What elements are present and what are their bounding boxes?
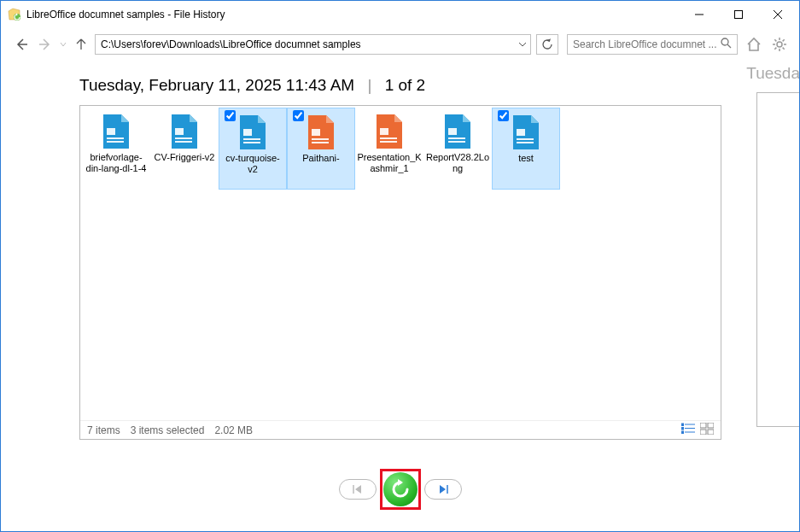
file-checkbox[interactable] bbox=[498, 110, 509, 121]
file-item[interactable]: CV-Friggeri-v2 bbox=[150, 108, 219, 190]
selection-count: 3 items selected bbox=[131, 424, 205, 436]
svg-rect-8 bbox=[175, 137, 192, 139]
file-icon bbox=[372, 113, 406, 150]
svg-rect-12 bbox=[243, 142, 260, 143]
svg-rect-19 bbox=[448, 128, 457, 135]
toolbar bbox=[1, 27, 799, 61]
timestamp-header: Tuesday, February 11, 2025 11:43 AM | 1 … bbox=[79, 76, 787, 95]
svg-rect-17 bbox=[380, 137, 397, 139]
svg-rect-9 bbox=[175, 141, 192, 143]
file-icon bbox=[167, 113, 201, 150]
file-item[interactable]: ReportV28.2Long bbox=[423, 108, 492, 190]
content-area: Tuesday, February 11, 2025 11:43 AM | 1 … bbox=[1, 62, 799, 531]
search-input[interactable] bbox=[573, 38, 721, 50]
file-checkbox[interactable] bbox=[225, 110, 236, 121]
svg-rect-11 bbox=[243, 138, 260, 140]
file-item[interactable]: cv-turquoise-v2 bbox=[219, 108, 287, 190]
svg-rect-7 bbox=[175, 128, 184, 135]
view-mode-icons bbox=[681, 423, 714, 437]
file-label: ReportV28.2Long bbox=[423, 152, 492, 174]
svg-rect-6 bbox=[107, 141, 124, 143]
file-label: Presentation_Kashmir_1 bbox=[355, 152, 423, 174]
next-timestamp-preview: Tuesda bbox=[746, 64, 800, 83]
window-controls bbox=[680, 2, 797, 27]
restore-button[interactable] bbox=[380, 469, 421, 510]
file-label: test bbox=[517, 153, 535, 164]
svg-rect-27 bbox=[681, 431, 684, 434]
file-label: briefvorlage-din-lang-dl-1-4 bbox=[82, 152, 150, 174]
file-label: cv-turquoise-v2 bbox=[219, 153, 286, 175]
svg-rect-31 bbox=[708, 430, 714, 435]
nav-back-button[interactable] bbox=[11, 34, 32, 55]
svg-rect-16 bbox=[380, 128, 388, 135]
svg-rect-21 bbox=[448, 141, 465, 143]
svg-point-2 bbox=[721, 38, 728, 45]
page-indicator: 1 of 2 bbox=[385, 76, 426, 94]
minimize-button[interactable] bbox=[680, 2, 719, 27]
svg-rect-5 bbox=[107, 137, 124, 139]
svg-rect-20 bbox=[448, 137, 465, 139]
svg-rect-10 bbox=[243, 129, 252, 136]
refresh-button[interactable] bbox=[536, 34, 558, 55]
file-icon bbox=[441, 113, 475, 150]
nav-up-button[interactable] bbox=[71, 34, 91, 55]
timestamp-label: Tuesday, February 11, 2025 11:43 AM bbox=[79, 76, 354, 94]
separator: | bbox=[367, 76, 371, 94]
address-bar bbox=[95, 34, 531, 55]
file-item[interactable]: test bbox=[492, 108, 560, 190]
file-icon bbox=[236, 114, 270, 151]
file-item[interactable]: Paithani- bbox=[287, 108, 355, 190]
address-input[interactable] bbox=[96, 38, 515, 50]
svg-rect-22 bbox=[517, 129, 525, 136]
item-count: 7 items bbox=[87, 424, 120, 436]
nav-history-dropdown[interactable] bbox=[59, 40, 67, 50]
view-icons-button[interactable] bbox=[700, 423, 714, 437]
address-dropdown-button[interactable] bbox=[515, 35, 530, 54]
svg-rect-24 bbox=[517, 142, 534, 143]
file-checkbox[interactable] bbox=[293, 110, 304, 121]
restore-icon bbox=[383, 472, 418, 506]
svg-rect-4 bbox=[107, 128, 115, 135]
svg-rect-15 bbox=[312, 142, 329, 143]
file-icon bbox=[509, 114, 543, 151]
view-details-button[interactable] bbox=[681, 423, 695, 437]
svg-rect-13 bbox=[312, 129, 320, 136]
svg-rect-14 bbox=[312, 138, 329, 140]
file-pane: briefvorlage-din-lang-dl-1-4 CV-Friggeri… bbox=[79, 105, 721, 440]
file-icon bbox=[304, 114, 338, 151]
titlebar: LibreOffice documnet samples - File Hist… bbox=[1, 1, 799, 27]
bottom-controls bbox=[1, 468, 799, 511]
svg-rect-25 bbox=[681, 424, 684, 426]
svg-rect-1 bbox=[735, 10, 743, 18]
search-icon bbox=[721, 37, 732, 52]
home-button[interactable] bbox=[745, 35, 763, 54]
svg-rect-28 bbox=[700, 423, 706, 428]
file-item[interactable]: Presentation_Kashmir_1 bbox=[355, 108, 423, 190]
file-label: CV-Friggeri-v2 bbox=[153, 152, 217, 163]
svg-rect-29 bbox=[708, 423, 714, 428]
svg-point-3 bbox=[777, 42, 782, 47]
svg-rect-18 bbox=[380, 141, 397, 143]
selection-size: 2.02 MB bbox=[214, 424, 253, 436]
window-title: LibreOffice documnet samples - File Hist… bbox=[26, 9, 680, 20]
svg-rect-30 bbox=[700, 430, 706, 435]
search-box bbox=[567, 34, 738, 55]
previous-version-button[interactable] bbox=[339, 479, 377, 500]
file-icon bbox=[99, 113, 133, 150]
app-icon bbox=[8, 8, 21, 21]
nav-forward-button[interactable] bbox=[35, 34, 55, 55]
file-grid: briefvorlage-din-lang-dl-1-4 CV-Friggeri… bbox=[80, 106, 721, 191]
file-item[interactable]: briefvorlage-din-lang-dl-1-4 bbox=[82, 108, 150, 190]
next-version-button[interactable] bbox=[424, 479, 462, 500]
svg-rect-23 bbox=[517, 138, 534, 140]
maximize-button[interactable] bbox=[719, 2, 758, 27]
svg-rect-26 bbox=[681, 428, 684, 430]
next-file-pane-preview bbox=[756, 92, 800, 427]
settings-button[interactable] bbox=[770, 35, 789, 54]
status-bar: 7 items 3 items selected 2.02 MB bbox=[80, 420, 721, 439]
file-label: Paithani- bbox=[301, 153, 341, 164]
close-button[interactable] bbox=[758, 2, 797, 27]
